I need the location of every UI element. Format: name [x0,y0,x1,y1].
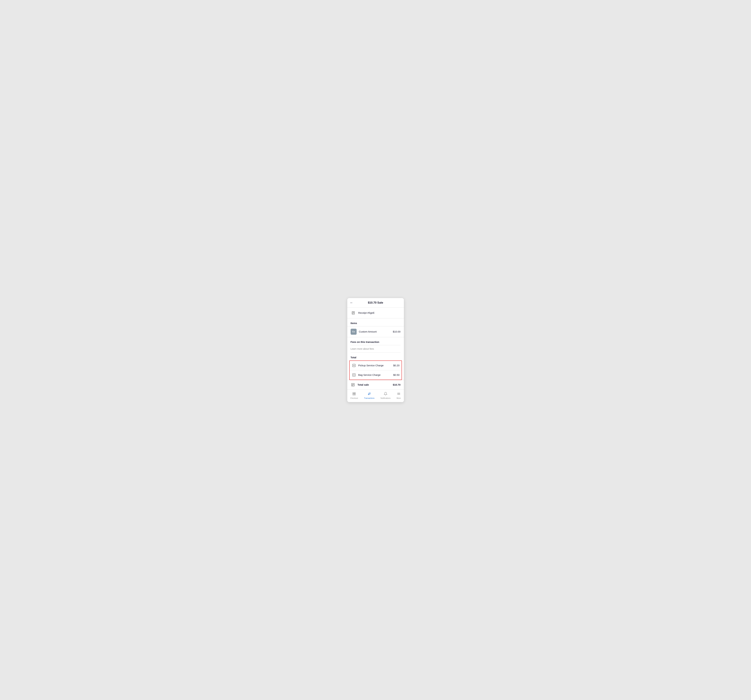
nav-transactions-label: Transactions [364,397,375,399]
page-header: ← $10.70 Sale [347,298,404,308]
page-title: $10.70 Sale [368,301,383,304]
menu-icon [397,392,400,396]
item-name: Custom Amount [359,330,391,333]
nav-notifications[interactable]: Notifications [379,391,392,400]
receipt-icon [351,310,356,316]
bag-service-charge-name: Bag Service Charge [358,373,391,376]
bottom-nav: Checkout Transactions Noti [347,389,404,402]
receipt-row[interactable]: Receipt #5geE [347,308,404,318]
svg-rect-10 [351,383,354,386]
highlighted-charges-box: Pickup Service Charge $0.20 Bag Service … [349,361,402,380]
total-sale-row: Total sale $10.70 [347,380,404,389]
svg-rect-15 [354,392,355,393]
plus-box-icon-1 [352,363,356,368]
learn-more-link[interactable]: Learn more about fees [351,345,400,353]
total-sale-amount: $10.70 [393,383,400,386]
nav-checkout[interactable]: Checkout [348,391,360,400]
total-section-label: Total [347,353,404,361]
grid-icon [352,392,356,396]
bag-service-charge-amount: $0.50 [393,373,400,376]
nav-notifications-label: Notifications [380,397,391,399]
nav-more[interactable]: More [394,391,403,400]
pickup-service-charge-amount: $0.20 [393,364,400,367]
receipt-label: Receipt #5geE [358,311,375,314]
phone-container: ← $10.70 Sale Receipt #5geE Items Cu Cus… [347,298,404,402]
item-row: Cu Custom Amount $10.00 [347,326,404,337]
item-badge: Cu [351,329,357,335]
items-section-label: Items [347,318,404,326]
nav-checkout-label: Checkout [350,397,358,399]
total-sale-name: Total sale [358,383,391,386]
svg-rect-16 [353,394,354,395]
total-sale-icon [351,382,355,387]
plus-box-icon-2 [352,373,356,377]
back-button[interactable]: ← [350,301,353,305]
nav-more-label: More [397,397,401,399]
item-price: $10.00 [393,330,400,333]
svg-rect-14 [353,392,354,393]
fees-heading: Fees on this transaction [351,337,400,345]
nav-transactions[interactable]: Transactions [362,391,377,400]
transactions-icon [368,392,371,396]
bag-service-charge-row: Bag Service Charge $0.50 [349,370,402,379]
content-area: Receipt #5geE Items Cu Custom Amount $10… [347,308,404,389]
svg-rect-17 [354,394,355,395]
bell-icon [384,392,388,396]
fees-section: Fees on this transaction Learn more abou… [347,337,404,353]
pickup-service-charge-row: Pickup Service Charge $0.20 [349,361,402,370]
pickup-service-charge-name: Pickup Service Charge [358,364,391,367]
